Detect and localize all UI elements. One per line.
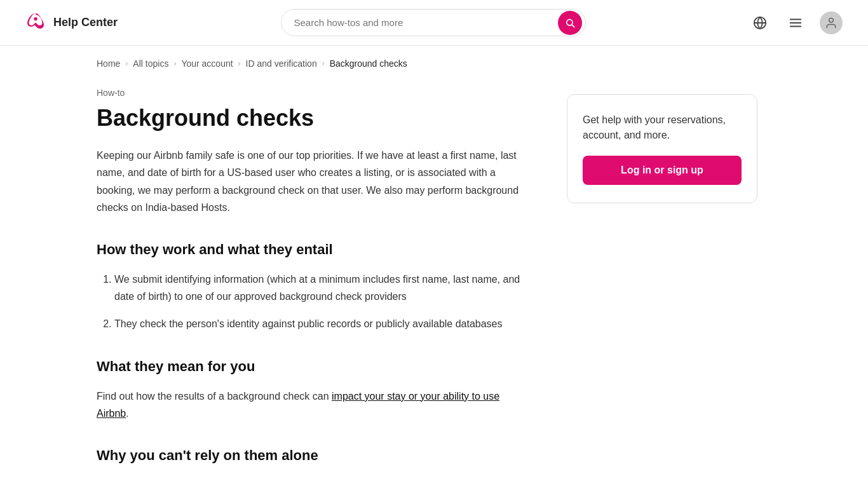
language-button[interactable] <box>749 11 771 34</box>
hamburger-icon <box>789 16 803 30</box>
search-button[interactable] <box>558 11 582 35</box>
svg-line-1 <box>572 25 574 27</box>
list-item-1: We submit identifying information (which… <box>114 271 529 305</box>
logo-home-link[interactable]: Help Center <box>25 13 118 33</box>
svg-point-0 <box>566 19 572 25</box>
svg-point-7 <box>829 18 834 22</box>
breadcrumb-id-verification[interactable]: ID and verification <box>246 58 317 69</box>
section-heading-2: What they mean for you <box>97 358 529 375</box>
search-container <box>281 9 586 36</box>
breadcrumb-home[interactable]: Home <box>97 58 120 69</box>
sidebar: Get help with your reservations, account… <box>567 81 757 488</box>
search-input[interactable] <box>281 9 586 36</box>
breadcrumb-sep-3: › <box>238 59 241 68</box>
page-title: Background checks <box>97 104 529 132</box>
sidebar-card: Get help with your reservations, account… <box>567 94 757 203</box>
breadcrumb-current: Background checks <box>330 58 407 69</box>
content-area: How-to Background checks Keeping our Air… <box>97 81 529 488</box>
login-signup-button[interactable]: Log in or sign up <box>583 156 742 185</box>
section-1-list: We submit identifying information (which… <box>97 271 529 333</box>
section-heading-3: Why you can't rely on them alone <box>97 447 529 464</box>
article-intro: Keeping our Airbnb family safe is one of… <box>97 147 529 216</box>
header: Help Center <box>0 0 868 46</box>
list-item-2: They check the person's identity against… <box>114 315 529 332</box>
globe-icon <box>753 16 767 30</box>
breadcrumb-sep-1: › <box>125 59 128 68</box>
breadcrumb: Home › All topics › Your account › ID an… <box>0 46 868 81</box>
user-icon <box>825 17 837 29</box>
breadcrumb-all-topics[interactable]: All topics <box>133 58 168 69</box>
sidebar-card-text: Get help with your reservations, account… <box>583 112 742 143</box>
section-2-para-prefix: Find out how the results of a background… <box>97 391 332 402</box>
menu-button[interactable] <box>784 11 807 34</box>
header-actions <box>749 11 843 34</box>
breadcrumb-your-account[interactable]: Your account <box>181 58 233 69</box>
main-layout: How-to Background checks Keeping our Air… <box>0 81 868 488</box>
section-heading-1: How they work and what they entail <box>97 241 529 258</box>
airbnb-logo-icon <box>25 13 46 33</box>
section-2-para-suffix: . <box>126 408 128 419</box>
breadcrumb-sep-2: › <box>173 59 176 68</box>
search-icon <box>565 18 575 28</box>
breadcrumb-sep-4: › <box>322 59 325 68</box>
article-category: How-to <box>97 88 529 98</box>
user-avatar-button[interactable] <box>820 11 843 34</box>
section-2-para: Find out how the results of a background… <box>97 388 529 422</box>
site-title: Help Center <box>53 16 118 29</box>
